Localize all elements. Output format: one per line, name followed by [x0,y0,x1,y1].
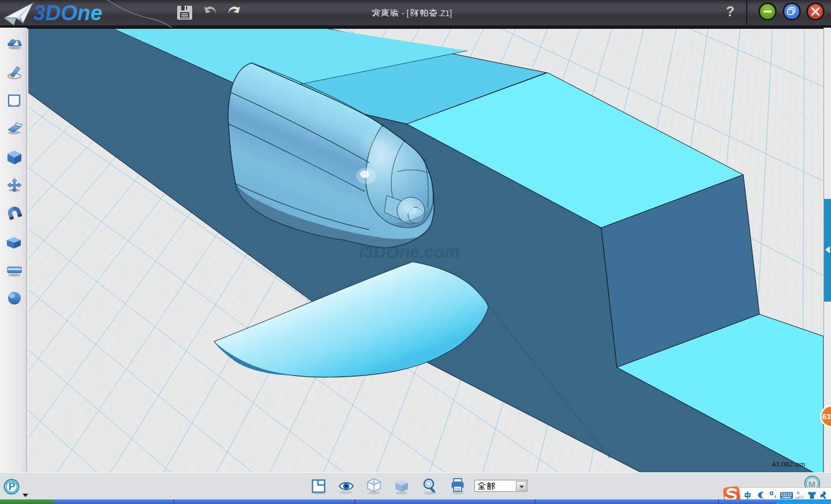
svg-text:3DOne: 3DOne [33,1,102,25]
svg-text:43.082 mm: 43.082 mm [772,460,805,468]
svg-text:.Z1]: .Z1] [438,9,452,18]
svg-text:P: P [9,481,16,492]
svg-text:i3DOne.com: i3DOne.com [359,242,460,261]
svg-text:- [: - [ [402,9,409,18]
svg-text:14: 14 [800,495,803,499]
svg-text:63: 63 [822,412,830,421]
